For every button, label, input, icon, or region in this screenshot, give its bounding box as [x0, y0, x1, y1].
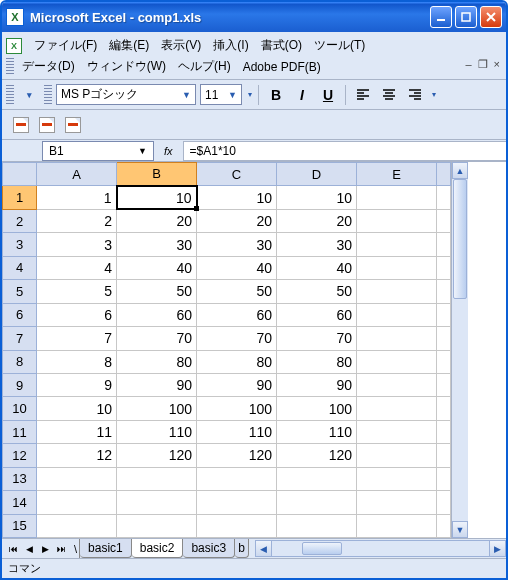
cell-D12[interactable]: 120 [277, 444, 357, 467]
toolbar-grip[interactable] [6, 85, 14, 105]
tab-next-button[interactable]: ▶ [38, 542, 52, 556]
row-header-12[interactable]: 12 [3, 444, 37, 467]
cell-E14[interactable] [357, 491, 437, 514]
scroll-right-button[interactable]: ▶ [489, 540, 506, 557]
minimize-button[interactable] [430, 6, 452, 28]
cell-A7[interactable]: 7 [37, 327, 117, 350]
cell-C2[interactable]: 20 [197, 209, 277, 232]
cell-D1[interactable]: 10 [277, 186, 357, 209]
cell-A5[interactable]: 5 [37, 280, 117, 303]
cell-partial[interactable] [437, 514, 451, 537]
cell-D5[interactable]: 50 [277, 280, 357, 303]
cell-C7[interactable]: 70 [197, 327, 277, 350]
cell-partial[interactable] [437, 467, 451, 490]
menu-format[interactable]: 書式(O) [255, 35, 308, 56]
cell-partial[interactable] [437, 280, 451, 303]
cell-A11[interactable]: 11 [37, 420, 117, 443]
row-header-14[interactable]: 14 [3, 491, 37, 514]
pdf-create-review-button[interactable] [62, 114, 84, 136]
cell-B3[interactable]: 30 [117, 233, 197, 256]
column-header-B[interactable]: B [117, 163, 197, 186]
menu-adobe[interactable]: Adobe PDF(B) [237, 58, 327, 76]
cell-D15[interactable] [277, 514, 357, 537]
cell-E1[interactable] [357, 186, 437, 209]
menu-edit[interactable]: 編集(E) [103, 35, 155, 56]
cell-B9[interactable]: 90 [117, 373, 197, 396]
row-header-11[interactable]: 11 [3, 420, 37, 443]
cell-C14[interactable] [197, 491, 277, 514]
workbook-icon[interactable]: X [6, 38, 22, 54]
cell-B15[interactable] [117, 514, 197, 537]
cell-partial[interactable] [437, 350, 451, 373]
cell-A14[interactable] [37, 491, 117, 514]
close-button[interactable] [480, 6, 502, 28]
cell-D3[interactable]: 30 [277, 233, 357, 256]
cell-E3[interactable] [357, 233, 437, 256]
row-header-10[interactable]: 10 [3, 397, 37, 420]
chevron-down-icon[interactable]: ▾ [432, 90, 436, 99]
name-box[interactable]: B1 ▼ [42, 141, 154, 161]
font-name-select[interactable]: MS Pゴシック ▼ [56, 84, 196, 105]
cell-A8[interactable]: 8 [37, 350, 117, 373]
scroll-thumb[interactable] [302, 542, 342, 555]
pdf-create-button[interactable] [10, 114, 32, 136]
sheet-tab-basic1[interactable]: basic1 [80, 539, 132, 558]
cell-partial[interactable] [437, 397, 451, 420]
cell-C4[interactable]: 40 [197, 256, 277, 279]
cell-B12[interactable]: 120 [117, 444, 197, 467]
cell-partial[interactable] [437, 186, 451, 209]
menu-insert[interactable]: 挿入(I) [207, 35, 254, 56]
cell-E12[interactable] [357, 444, 437, 467]
cell-partial[interactable] [437, 327, 451, 350]
align-center-button[interactable] [378, 84, 400, 106]
chevron-down-icon[interactable]: ▾ [248, 90, 252, 99]
italic-button[interactable]: I [291, 84, 313, 106]
mdi-restore-button[interactable]: ❐ [478, 58, 488, 71]
cell-B5[interactable]: 50 [117, 280, 197, 303]
cell-D2[interactable]: 20 [277, 209, 357, 232]
column-header-partial[interactable] [437, 163, 451, 186]
cell-B4[interactable]: 40 [117, 256, 197, 279]
cell-B11[interactable]: 110 [117, 420, 197, 443]
maximize-button[interactable] [455, 6, 477, 28]
cell-C6[interactable]: 60 [197, 303, 277, 326]
cell-C15[interactable] [197, 514, 277, 537]
cell-A2[interactable]: 2 [37, 209, 117, 232]
scroll-thumb[interactable] [453, 179, 467, 299]
horizontal-scrollbar[interactable]: ◀ ▶ [255, 540, 506, 557]
cell-C8[interactable]: 80 [197, 350, 277, 373]
cell-D9[interactable]: 90 [277, 373, 357, 396]
toolbar-overflow-button[interactable]: ▾ [18, 84, 40, 106]
sheet-tab-basic3[interactable]: basic3 [183, 539, 235, 558]
align-left-button[interactable] [352, 84, 374, 106]
cell-D10[interactable]: 100 [277, 397, 357, 420]
row-header-3[interactable]: 3 [3, 233, 37, 256]
cell-C12[interactable]: 120 [197, 444, 277, 467]
cell-C1[interactable]: 10 [197, 186, 277, 209]
cell-A10[interactable]: 10 [37, 397, 117, 420]
cell-B7[interactable]: 70 [117, 327, 197, 350]
row-header-9[interactable]: 9 [3, 373, 37, 396]
cell-partial[interactable] [437, 373, 451, 396]
spreadsheet-grid[interactable]: ABCDE11101010222020203330303044404040555… [2, 162, 451, 538]
menu-file[interactable]: ファイル(F) [28, 35, 103, 56]
scroll-track[interactable] [452, 179, 468, 521]
cell-partial[interactable] [437, 491, 451, 514]
scroll-left-button[interactable]: ◀ [255, 540, 272, 557]
cell-A1[interactable]: 1 [37, 186, 117, 209]
cell-B13[interactable] [117, 467, 197, 490]
cell-E9[interactable] [357, 373, 437, 396]
mdi-minimize-button[interactable]: – [465, 58, 471, 71]
row-header-8[interactable]: 8 [3, 350, 37, 373]
font-size-select[interactable]: 11 ▼ [200, 84, 242, 105]
cell-E15[interactable] [357, 514, 437, 537]
column-header-A[interactable]: A [37, 163, 117, 186]
column-header-E[interactable]: E [357, 163, 437, 186]
column-header-D[interactable]: D [277, 163, 357, 186]
tab-last-button[interactable]: ⏭ [54, 542, 68, 556]
row-header-7[interactable]: 7 [3, 327, 37, 350]
cell-E5[interactable] [357, 280, 437, 303]
cell-B2[interactable]: 20 [117, 209, 197, 232]
cell-A15[interactable] [37, 514, 117, 537]
cell-C5[interactable]: 50 [197, 280, 277, 303]
